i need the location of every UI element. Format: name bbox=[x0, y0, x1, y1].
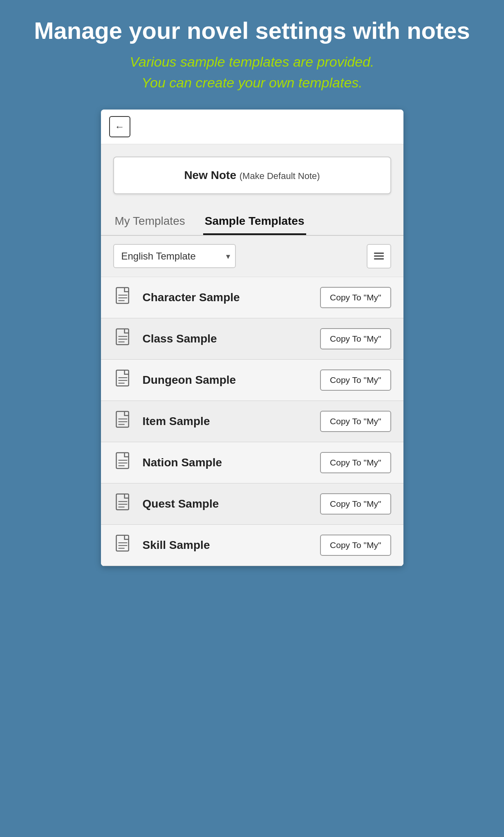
new-note-label: New Note bbox=[184, 169, 236, 181]
tab-my-templates[interactable]: My Templates bbox=[113, 210, 187, 235]
filter-row: English TemplateKorean TemplateJapanese … bbox=[101, 236, 403, 277]
copy-to-my-button[interactable]: Copy To "My" bbox=[320, 535, 391, 556]
svg-rect-0 bbox=[374, 253, 384, 254]
copy-to-my-button[interactable]: Copy To "My" bbox=[320, 452, 391, 473]
language-dropdown-wrapper: English TemplateKorean TemplateJapanese … bbox=[113, 244, 236, 268]
subtitle-line2: You can create your own templates. bbox=[8, 72, 496, 93]
document-icon bbox=[113, 452, 134, 473]
svg-rect-1 bbox=[374, 255, 384, 257]
copy-to-my-button[interactable]: Copy To "My" bbox=[320, 328, 391, 349]
list-view-button[interactable] bbox=[367, 244, 391, 269]
document-icon bbox=[113, 369, 134, 391]
copy-to-my-button[interactable]: Copy To "My" bbox=[320, 493, 391, 515]
template-name: Class Sample bbox=[143, 332, 312, 345]
template-name: Nation Sample bbox=[143, 456, 312, 469]
template-name: Item Sample bbox=[143, 415, 312, 428]
document-icon bbox=[113, 493, 134, 515]
new-note-section: New Note (Make Default Note) bbox=[101, 144, 403, 206]
subtitle-line1: Various sample templates are provided. bbox=[8, 51, 496, 72]
back-arrow-icon: ← bbox=[115, 121, 125, 132]
new-note-button[interactable]: New Note (Make Default Note) bbox=[113, 157, 391, 194]
copy-to-my-button[interactable]: Copy To "My" bbox=[320, 411, 391, 432]
main-title: Manage your novel settings with notes bbox=[8, 16, 496, 45]
header-section: Manage your novel settings with notes Va… bbox=[0, 0, 504, 105]
template-item: Quest Sample Copy To "My" bbox=[101, 483, 403, 525]
language-dropdown[interactable]: English TemplateKorean TemplateJapanese … bbox=[113, 244, 236, 268]
copy-to-my-button[interactable]: Copy To "My" bbox=[320, 369, 391, 391]
tab-sample-templates[interactable]: Sample Templates bbox=[203, 210, 306, 235]
document-icon bbox=[113, 535, 134, 556]
tabs-section: My Templates Sample Templates bbox=[101, 206, 403, 235]
template-item: Skill Sample Copy To "My" bbox=[101, 525, 403, 566]
template-name: Skill Sample bbox=[143, 539, 312, 552]
template-name: Character Sample bbox=[143, 291, 312, 304]
template-item: Class Sample Copy To "My" bbox=[101, 318, 403, 360]
document-icon bbox=[113, 328, 134, 349]
template-item: Dungeon Sample Copy To "My" bbox=[101, 360, 403, 401]
new-note-sublabel: (Make Default Note) bbox=[240, 171, 320, 181]
template-name: Dungeon Sample bbox=[143, 374, 312, 387]
template-item: Character Sample Copy To "My" bbox=[101, 277, 403, 318]
top-bar: ← bbox=[101, 110, 403, 144]
svg-rect-2 bbox=[374, 258, 384, 260]
document-icon bbox=[113, 287, 134, 308]
copy-to-my-button[interactable]: Copy To "My" bbox=[320, 287, 391, 308]
template-list: Character Sample Copy To "My" Class Samp… bbox=[101, 277, 403, 566]
template-item: Nation Sample Copy To "My" bbox=[101, 442, 403, 483]
template-item: Item Sample Copy To "My" bbox=[101, 401, 403, 442]
app-card: ← New Note (Make Default Note) My Templa… bbox=[101, 110, 403, 566]
document-icon bbox=[113, 411, 134, 432]
subtitle: Various sample templates are provided. Y… bbox=[8, 51, 496, 93]
list-lines-icon bbox=[372, 250, 385, 263]
template-name: Quest Sample bbox=[143, 497, 312, 510]
back-button[interactable]: ← bbox=[109, 116, 130, 137]
